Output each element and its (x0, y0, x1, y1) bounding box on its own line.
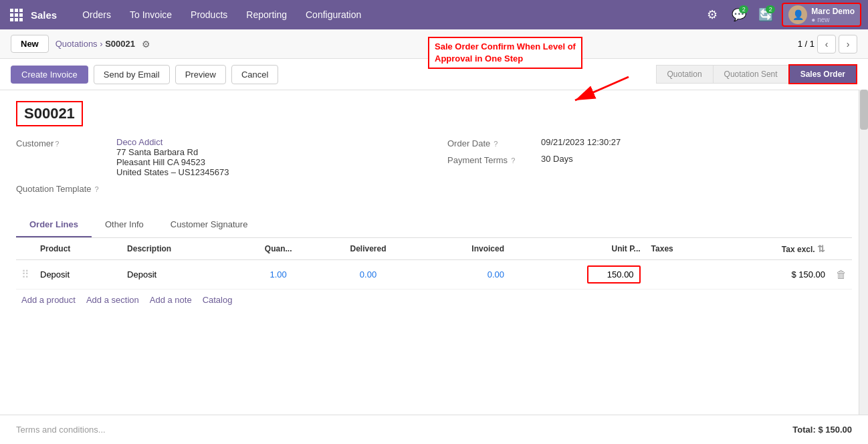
col-quantity: Quan... (238, 238, 318, 260)
customer-row: Customer? Deco Addict 77 Santa Barbara R… (16, 137, 421, 177)
action-toolbar: Create Invoice Send by Email Preview Can… (0, 59, 868, 90)
new-button[interactable]: New (11, 35, 49, 53)
table-row: ⠿ Deposit Deposit 1.00 0.00 0.00 $ 150.0… (16, 260, 852, 290)
status-pipeline: Quotation Quotation Sent Sales Order (656, 64, 857, 84)
row-tax-excl: $ 150.00 (716, 260, 831, 290)
page-navigation: 1 / 1 ‹ › (798, 35, 857, 53)
svg-rect-8 (19, 18, 23, 21)
row-unit-price[interactable] (510, 260, 646, 290)
activities-badge: 2 (766, 5, 775, 13)
app-name[interactable]: Sales (31, 9, 57, 21)
user-status: ● new (811, 16, 855, 23)
customer-value: Deco Addict 77 Santa Barbara Rd Pleasant… (116, 137, 229, 177)
row-quantity[interactable]: 1.00 (238, 260, 318, 290)
nav-products[interactable]: Products (181, 0, 237, 29)
add-product-link[interactable]: Add a product (21, 295, 76, 305)
order-date-row: Order Date ? 09/21/2023 12:30:27 (447, 137, 852, 148)
nav-orders[interactable]: Orders (73, 0, 120, 29)
payment-terms-row: Payment Terms ? 30 Days (447, 154, 852, 165)
row-product[interactable]: Deposit (35, 260, 122, 290)
nav-right: ⚙ 💬 2 🔄 2 👤 Marc Demo ● new (701, 3, 861, 27)
footer-bar: Terms and conditions... Total: $ 150.00 (0, 415, 868, 444)
order-date-value[interactable]: 09/21/2023 12:30:27 (541, 137, 621, 147)
order-date-label: Order Date ? (447, 137, 541, 148)
tab-other-info[interactable]: Other Info (92, 213, 157, 237)
nav-configuration[interactable]: Configuration (296, 0, 370, 29)
row-delivered[interactable]: 0.00 (318, 260, 418, 290)
form-left: Customer? Deco Addict 77 Santa Barbara R… (16, 137, 421, 199)
col-tax-excl: Tax excl. ⇅ (716, 238, 831, 260)
breadcrumb-current: S00021 (105, 39, 135, 49)
tab-customer-signature[interactable]: Customer Signature (157, 213, 261, 237)
col-delivered: Delivered (318, 238, 418, 260)
breadcrumb-quotations[interactable]: Quotations (56, 39, 98, 49)
svg-rect-0 (10, 9, 13, 12)
settings-icon[interactable]: ⚙ (701, 4, 723, 25)
status-quotation-sent[interactable]: Quotation Sent (713, 65, 789, 84)
prev-page-button[interactable]: ‹ (817, 35, 836, 53)
send-email-button[interactable]: Send by Email (94, 65, 170, 84)
top-navigation: Sales Orders To Invoice Products Reporti… (0, 0, 868, 29)
total-label: Total: (792, 425, 815, 435)
quotation-template-row: Quotation Template ? (16, 183, 421, 194)
payment-terms-label: Payment Terms ? (447, 154, 541, 165)
unit-price-input[interactable] (587, 265, 641, 284)
grid-icon[interactable] (7, 5, 25, 24)
row-invoiced[interactable]: 0.00 (418, 260, 510, 290)
nav-reporting[interactable]: Reporting (237, 0, 296, 29)
total-value: $ 150.00 (818, 425, 852, 435)
tab-order-lines[interactable]: Order Lines (16, 213, 92, 237)
svg-rect-7 (15, 18, 18, 21)
catalog-link[interactable]: Catalog (203, 295, 233, 305)
quotation-template-label: Quotation Template ? (16, 183, 116, 194)
svg-rect-5 (19, 13, 23, 17)
tabs-bar: Order Lines Other Info Customer Signatur… (16, 213, 852, 238)
col-invoiced: Invoiced (418, 238, 510, 260)
cancel-button[interactable]: Cancel (231, 65, 278, 84)
preview-button[interactable]: Preview (175, 65, 226, 84)
payment-terms-value[interactable]: 30 Days (541, 154, 573, 164)
scrollbar-thumb[interactable] (860, 90, 868, 130)
next-page-button[interactable]: › (839, 35, 857, 53)
avatar: 👤 (788, 5, 807, 24)
user-menu[interactable]: 👤 Marc Demo ● new (782, 3, 861, 27)
row-taxes[interactable] (646, 260, 716, 290)
breadcrumb-path[interactable]: Quotations › S00021 (56, 39, 135, 49)
customer-address: 77 Santa Barbara Rd (116, 147, 229, 157)
order-number: S00021 (16, 101, 83, 126)
add-note-link[interactable]: Add a note (150, 295, 192, 305)
row-description[interactable]: Deposit (122, 260, 238, 290)
breadcrumb-bar: New Quotations › S00021 ⚙ 1 / 1 ‹ › (0, 29, 868, 59)
svg-rect-4 (15, 13, 18, 17)
svg-rect-3 (10, 13, 13, 17)
status-sales-order[interactable]: Sales Order (788, 64, 857, 84)
svg-rect-1 (15, 9, 18, 12)
scrollbar-track[interactable] (859, 90, 868, 415)
customer-city: Pleasant Hill CA 94523 (116, 157, 229, 167)
messages-badge: 2 (739, 5, 748, 13)
customer-name[interactable]: Deco Addict (116, 137, 162, 147)
drag-handle[interactable]: ⠿ (21, 269, 29, 280)
main-content: S00021 Customer? Deco Addict 77 Santa Ba… (0, 90, 868, 444)
order-form: Customer? Deco Addict 77 Santa Barbara R… (16, 137, 852, 199)
delete-row-icon[interactable]: 🗑 (836, 269, 847, 280)
breadcrumb-right: 1 / 1 ‹ › (798, 35, 857, 53)
col-description: Description (122, 238, 238, 260)
add-links: Add a product Add a section Add a note C… (16, 290, 852, 310)
status-quotation[interactable]: Quotation (656, 65, 714, 84)
col-product: Product (35, 238, 122, 260)
user-name: Marc Demo (811, 7, 855, 16)
breadcrumb-settings-icon[interactable]: ⚙ (142, 39, 150, 49)
nav-items: Orders To Invoice Products Reporting Con… (73, 0, 701, 29)
sort-icon[interactable]: ⇅ (817, 243, 825, 254)
messages-icon[interactable]: 💬 2 (728, 4, 750, 25)
nav-to-invoice[interactable]: To Invoice (120, 0, 181, 29)
order-total: Total: $ 150.00 (792, 425, 852, 435)
activities-icon[interactable]: 🔄 2 (755, 4, 776, 25)
col-taxes: Taxes (646, 238, 716, 260)
add-section-link[interactable]: Add a section (86, 295, 139, 305)
create-invoice-button[interactable]: Create Invoice (11, 66, 88, 84)
form-right: Order Date ? 09/21/2023 12:30:27 Payment… (447, 137, 852, 199)
terms-field[interactable]: Terms and conditions... (16, 425, 106, 435)
page-count: 1 / 1 (798, 39, 815, 49)
